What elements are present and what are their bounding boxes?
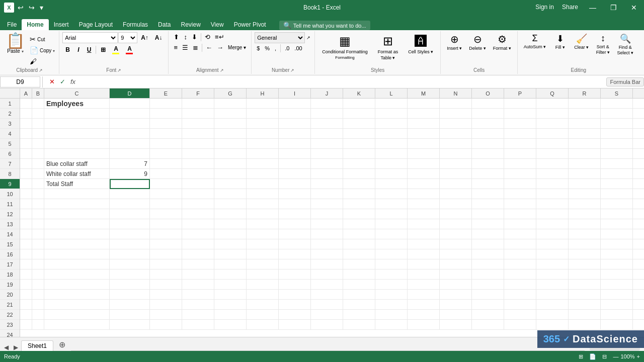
row-header-22[interactable]: 22 — [0, 310, 20, 320]
col-header-j[interactable]: J — [311, 88, 343, 98]
cell-e2[interactable] — [150, 109, 182, 119]
cell-k1[interactable] — [343, 99, 375, 109]
increase-indent-button[interactable]: → — [215, 43, 225, 52]
cell-m1[interactable] — [408, 99, 440, 109]
copy-button[interactable]: 📄 Copy ▾ — [29, 45, 56, 55]
decrease-font-button[interactable]: A↓ — [152, 33, 166, 42]
cell-t1[interactable] — [633, 99, 644, 109]
increase-font-button[interactable]: A↑ — [138, 33, 151, 42]
cell-d8[interactable]: 9 — [110, 169, 150, 179]
cell-c7[interactable]: Blue collar staff — [44, 159, 110, 169]
row-header-18[interactable]: 18 — [0, 269, 20, 280]
zoom-out-button[interactable]: — — [613, 353, 618, 359]
col-header-n[interactable]: N — [440, 88, 472, 98]
cell-c2[interactable] — [44, 109, 110, 119]
row-header-1[interactable]: 1 — [0, 99, 20, 109]
row-header-16[interactable]: 16 — [0, 249, 20, 259]
row-header-15[interactable]: 15 — [0, 239, 20, 249]
zoom-in-button[interactable]: + — [637, 353, 640, 359]
row-header-3[interactable]: 3 — [0, 119, 20, 129]
cell-n2[interactable] — [440, 109, 472, 119]
clipboard-expand-icon[interactable]: ↗ — [39, 68, 43, 73]
row-header-5[interactable]: 5 — [0, 139, 20, 149]
cell-e1[interactable] — [150, 99, 182, 109]
underline-button[interactable]: U — [84, 45, 95, 54]
tab-review[interactable]: Review — [176, 19, 205, 30]
cell-b2[interactable] — [32, 109, 44, 119]
minimize-button[interactable]: — — [586, 4, 599, 12]
cell-b7[interactable] — [32, 159, 44, 169]
col-header-c[interactable]: C — [44, 88, 110, 98]
paste-button[interactable]: 📋 Paste ▾ — [3, 32, 28, 55]
bold-button[interactable]: B — [62, 45, 73, 54]
cell-c8[interactable]: White collar staff — [44, 169, 110, 179]
cancel-formula-icon[interactable]: ✕ — [48, 78, 56, 85]
cut-button[interactable]: ✂ Cut — [29, 34, 56, 44]
sheet-tab-sheet1[interactable]: Sheet1 — [21, 340, 53, 351]
clear-button[interactable]: 🧹 Clear ▾ — [571, 32, 592, 51]
cell-f2[interactable] — [182, 109, 214, 119]
cell-q1[interactable] — [536, 99, 569, 109]
row-header-20[interactable]: 20 — [0, 290, 20, 300]
cell-c3[interactable] — [44, 119, 110, 129]
quick-access-customize[interactable]: ▾ — [38, 4, 45, 12]
col-header-m[interactable]: M — [408, 88, 440, 98]
cell-g2[interactable] — [214, 109, 247, 119]
number-format-select[interactable]: General — [255, 32, 305, 43]
align-bottom-button[interactable]: ⬇ — [190, 32, 199, 42]
fill-button[interactable]: ⬇ Fill ▾ — [550, 32, 570, 51]
restore-button[interactable]: ❐ — [607, 4, 620, 12]
col-header-t[interactable]: T — [633, 88, 644, 98]
row-header-4[interactable]: 4 — [0, 129, 20, 139]
cell-g1[interactable] — [214, 99, 247, 109]
col-header-i[interactable]: I — [279, 88, 311, 98]
cell-r2[interactable] — [569, 109, 601, 119]
view-page-break-button[interactable]: ⊟ — [602, 353, 607, 360]
tab-insert[interactable]: Insert — [49, 19, 74, 30]
cell-i2[interactable] — [279, 109, 311, 119]
cell-s2[interactable] — [601, 109, 633, 119]
row-header-17[interactable]: 17 — [0, 259, 20, 269]
find-select-button[interactable]: 🔍 Find & Select ▾ — [614, 32, 636, 56]
cell-m2[interactable] — [408, 109, 440, 119]
cell-d3[interactable] — [110, 119, 150, 129]
quick-access-redo[interactable]: ↪ — [27, 4, 36, 12]
format-painter-button[interactable]: 🖌 — [29, 56, 56, 66]
scroll-sheet-left[interactable]: ◀ — [2, 344, 11, 351]
select-all-corner[interactable] — [0, 88, 20, 98]
conditional-formatting-button[interactable]: ▦ Conditional Formatting Formatting — [318, 32, 372, 62]
cell-c1[interactable]: Employees — [44, 99, 110, 109]
font-expand-icon[interactable]: ↗ — [117, 68, 121, 73]
decrease-indent-button[interactable]: ← — [204, 43, 214, 52]
cell-o1[interactable] — [472, 99, 504, 109]
increase-decimal-button[interactable]: .0 — [283, 45, 291, 52]
col-header-l[interactable]: L — [375, 88, 408, 98]
cell-b8[interactable] — [32, 169, 44, 179]
cell-b9[interactable] — [32, 179, 44, 189]
cell-a8[interactable] — [20, 169, 32, 179]
currency-button[interactable]: $ — [255, 45, 262, 52]
col-header-e[interactable]: E — [150, 88, 182, 98]
cell-d1[interactable] — [110, 99, 150, 109]
cell-a3[interactable] — [20, 119, 32, 129]
sign-in-link[interactable]: Sign in — [535, 4, 554, 12]
cell-t2[interactable] — [633, 109, 644, 119]
cell-c9[interactable]: Total Staff — [44, 179, 110, 189]
col-header-o[interactable]: O — [472, 88, 504, 98]
close-button[interactable]: ✕ — [628, 4, 640, 12]
cell-a1[interactable] — [20, 99, 32, 109]
row-header-12[interactable]: 12 — [0, 209, 20, 219]
border-button[interactable]: ⊞ — [98, 45, 109, 54]
col-header-a[interactable]: A — [20, 88, 32, 98]
tab-power-pivot[interactable]: Power Pivot — [229, 19, 271, 30]
row-header-14[interactable]: 14 — [0, 229, 20, 239]
cell-a2[interactable] — [20, 109, 32, 119]
comma-button[interactable]: , — [273, 45, 278, 52]
col-header-q[interactable]: Q — [536, 88, 569, 98]
cell-k2[interactable] — [343, 109, 375, 119]
fill-color-button[interactable]: A — [109, 44, 122, 55]
tab-data[interactable]: Data — [153, 19, 176, 30]
cell-l2[interactable] — [375, 109, 408, 119]
sort-filter-button[interactable]: ↕ Sort & Filter ▾ — [593, 32, 613, 56]
delete-cells-button[interactable]: ⊖ Delete ▾ — [466, 32, 489, 52]
